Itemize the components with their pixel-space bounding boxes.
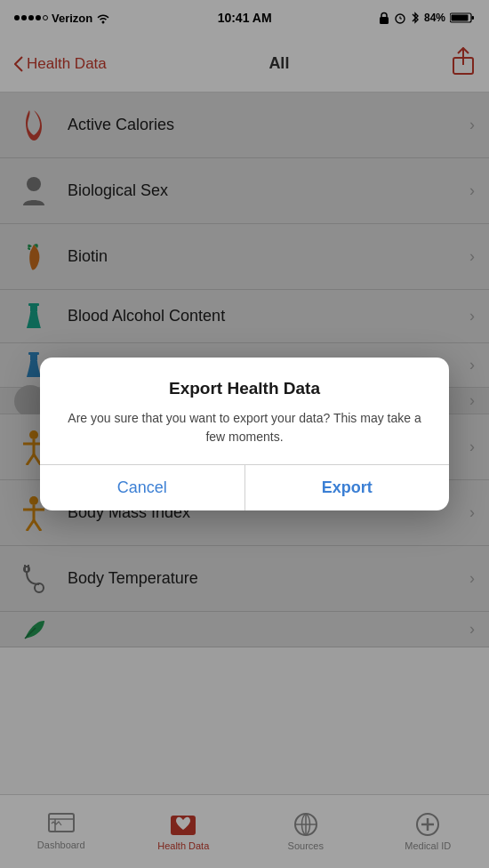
dialog-content: Export Health Data Are you sure that you… (40, 358, 449, 464)
dialog-message: Are you sure that you want to export you… (65, 409, 424, 446)
cancel-button[interactable]: Cancel (40, 465, 245, 510)
export-dialog: Export Health Data Are you sure that you… (40, 358, 449, 510)
export-confirm-button[interactable]: Export (245, 465, 450, 510)
dialog-overlay: Export Health Data Are you sure that you… (0, 0, 489, 868)
dialog-title: Export Health Data (65, 379, 424, 398)
dialog-buttons: Cancel Export (40, 464, 449, 510)
